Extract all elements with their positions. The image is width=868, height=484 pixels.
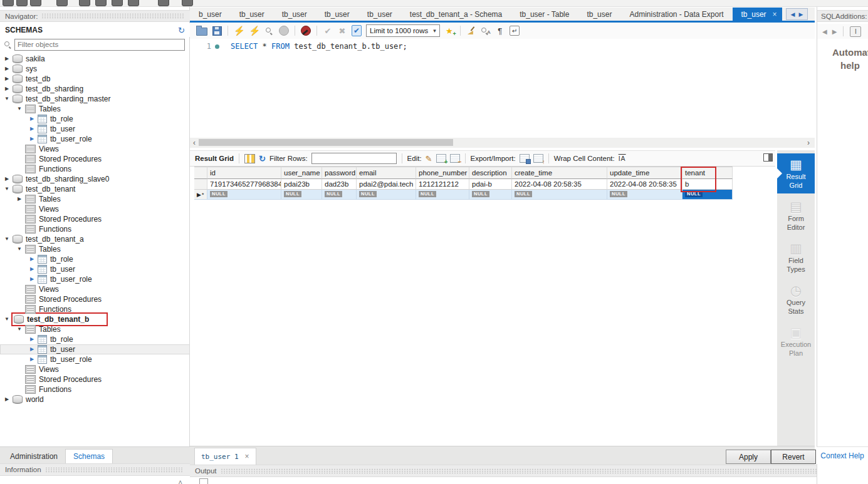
grid-column-header-password[interactable]: password (322, 167, 357, 179)
grid-insert-cell-phone-number[interactable]: NULL (416, 190, 469, 200)
grid-insert-cell-password[interactable]: NULL (322, 190, 357, 200)
tab-context-help[interactable]: Context Help (817, 446, 868, 464)
editor-tab-tb-user[interactable]: tb_user× (733, 8, 782, 21)
tree-item-tb-role[interactable]: ▶tb_role (0, 114, 190, 124)
tree-item-stored-procedures[interactable]: Stored Procedures (0, 214, 190, 224)
tree-item-views[interactable]: Views (0, 284, 190, 294)
context-help-cursor-icon[interactable]: I (850, 26, 861, 37)
tab-schemas[interactable]: Schemas (65, 449, 113, 463)
tab-administration[interactable]: Administration (3, 450, 65, 463)
collapsed-arrow-icon[interactable]: ▶ (3, 174, 11, 184)
explain-query-button[interactable] (264, 25, 275, 36)
row-header-cell[interactable] (194, 179, 207, 190)
view-button-form-editor[interactable]: ▤FormEditor (777, 195, 815, 235)
find-button[interactable]: A (481, 25, 491, 36)
toolbar-icon-stub[interactable] (128, 0, 139, 6)
tree-item-world[interactable]: ▶world (0, 394, 190, 404)
tree-item-tb-role[interactable]: ▶tb_role (0, 254, 190, 264)
tree-item-tables[interactable]: ▼Tables (0, 244, 190, 254)
close-icon[interactable]: × (245, 452, 249, 461)
grid-column-header-phone-number[interactable]: phone_number (416, 167, 469, 179)
expanded-arrow-icon[interactable]: ▼ (3, 184, 11, 194)
toggle-word-wrap-button[interactable]: ↵ (510, 26, 520, 36)
collapsed-arrow-icon[interactable]: ▶ (3, 394, 11, 404)
close-icon[interactable]: × (773, 10, 777, 19)
output-action-icon[interactable] (199, 478, 208, 484)
open-script-button[interactable] (196, 25, 207, 36)
collapsed-arrow-icon[interactable]: ▶ (3, 84, 11, 94)
grid-insert-cell-description[interactable]: NULL (469, 190, 512, 200)
editor-tab-tb-user[interactable]: tb_user (358, 8, 401, 21)
tabs-scroll-left-icon[interactable]: ◀ (791, 11, 795, 18)
scroll-right-icon[interactable]: › (807, 138, 810, 147)
grid-column-header-user-name[interactable]: user_name (281, 167, 322, 179)
execute-query-button[interactable]: ⚡ (234, 25, 244, 36)
tree-item-functions[interactable]: Functions (0, 384, 190, 394)
toolbar-icon-stub[interactable] (16, 0, 28, 6)
tree-item-test-db-tenant-b[interactable]: ▼test_db_tenant_b (0, 314, 190, 324)
help-forward-icon[interactable]: ▶ (832, 28, 837, 35)
tree-item-tb-user[interactable]: ▶tb_user (0, 264, 190, 274)
editor-horizontal-scrollbar[interactable]: ‹ › (190, 138, 815, 148)
expanded-arrow-icon[interactable]: ▼ (3, 94, 11, 104)
collapsed-arrow-icon[interactable]: ▶ (3, 74, 11, 84)
toolbar-icon-stub[interactable] (95, 0, 107, 6)
refresh-schemas-icon[interactable]: ↻ (178, 26, 185, 34)
tree-item-test-db-sharding-master[interactable]: ▼test_db_sharding_master (0, 94, 190, 104)
editor-tab-tb-user[interactable]: tb_user (316, 8, 358, 21)
grid-cell-create-time[interactable]: 2022-04-08 20:58:35 (512, 179, 607, 190)
collapsed-arrow-icon[interactable]: ▶ (28, 254, 36, 264)
grid-cell-phone-number[interactable]: 1212121212 (416, 179, 469, 190)
editor-tab-tb-user[interactable]: tb_user (578, 8, 620, 21)
save-snippet-button[interactable]: ★ (444, 25, 454, 36)
collapsed-arrow-icon[interactable]: ▶ (3, 64, 11, 74)
grid-insert-cell-id[interactable]: NULL (207, 190, 281, 200)
column-view-icon[interactable] (244, 154, 255, 163)
grid-insert-cell-email[interactable]: NULL (357, 190, 416, 200)
save-script-button[interactable] (212, 25, 222, 36)
grid-cell-id[interactable]: 719173465277968384 (207, 179, 281, 190)
expanded-arrow-icon[interactable]: ▼ (15, 104, 24, 114)
toolbar-icon-stub[interactable] (158, 0, 169, 6)
editor-tab-tb-user[interactable]: tb_user (273, 8, 316, 21)
scroll-left-icon[interactable]: ‹ (193, 138, 196, 147)
scrollbar-thumb[interactable] (199, 139, 453, 146)
grid-cell-update-time[interactable]: 2022-04-08 20:58:35 (607, 179, 682, 190)
grid-column-header-id[interactable]: id (207, 167, 281, 179)
export-recordset-icon[interactable] (520, 154, 530, 163)
editor-tab-tb-user[interactable]: tb_user (231, 8, 273, 21)
grid-column-header-create-time[interactable]: create_time (512, 167, 607, 179)
collapsed-arrow-icon[interactable]: ▶ (3, 54, 11, 64)
tree-item-test-db-sharding[interactable]: ▶test_db_sharding (0, 84, 190, 94)
grid-insert-cell-user-name[interactable]: NULL (281, 190, 322, 200)
edit-record-icon[interactable]: ✎ (426, 154, 432, 163)
toolbar-icon-stub[interactable] (30, 0, 41, 6)
collapsed-arrow-icon[interactable]: ▶ (28, 354, 36, 364)
tree-item-tb-user-role[interactable]: ▶tb_user_role (0, 354, 190, 364)
filter-rows-input[interactable] (311, 153, 397, 164)
collapsed-arrow-icon[interactable]: ▶ (28, 264, 36, 274)
sql-editor[interactable]: 1 SELECT * FROM test_db_tenant_b.tb_user… (190, 39, 815, 138)
editor-tab-b-user[interactable]: b_user (190, 8, 231, 21)
toolbar-icon-stub[interactable] (56, 0, 68, 6)
tree-item-test-db-tenant-a[interactable]: ▼test_db_tenant_a (0, 234, 190, 244)
tree-item-views[interactable]: Views (0, 144, 190, 154)
import-records-icon[interactable]: ↑ (533, 154, 543, 163)
expanded-arrow-icon[interactable]: ▼ (15, 244, 24, 254)
apply-button[interactable]: Apply (726, 450, 771, 464)
toolbar-icon-stub[interactable] (3, 0, 14, 6)
tree-item-functions[interactable]: Functions (0, 164, 190, 174)
commit-button[interactable]: ✔ (323, 25, 333, 36)
insert-row-icon[interactable]: + (436, 154, 446, 163)
execute-current-statement-button[interactable]: ⚡ (249, 25, 259, 36)
tree-item-tb-user[interactable]: ▶tb_user (0, 124, 190, 134)
delete-row-icon[interactable]: − (450, 154, 460, 163)
toolbar-icon-stub[interactable] (79, 0, 90, 6)
grid-cell-user-name[interactable]: pdai23b (281, 179, 322, 190)
editor-tab-administration-data-export[interactable]: Administration - Data Export (620, 8, 732, 21)
tree-item-tb-user-role[interactable]: ▶tb_user_role (0, 274, 190, 284)
collapsed-arrow-icon[interactable]: ▶ (28, 334, 36, 344)
row-limit-dropdown[interactable]: Limit to 1000 rows ▾ (366, 24, 440, 37)
tree-item-tb-user-role[interactable]: ▶tb_user_role (0, 134, 190, 144)
tree-item-stored-procedures[interactable]: Stored Procedures (0, 374, 190, 384)
